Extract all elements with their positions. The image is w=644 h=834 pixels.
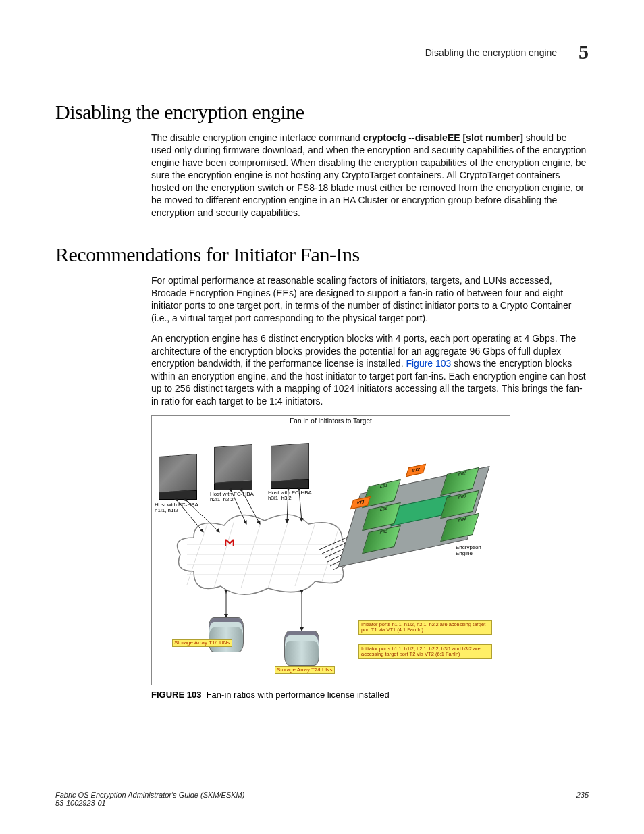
footer-doc-title: Fabric OS Encryption Administrator's Gui… — [55, 791, 589, 799]
storage-array-2 — [284, 631, 322, 666]
para-reco-2: An encryption engine has 6 distinct encr… — [151, 332, 589, 407]
figure-caption: FIGURE 103 Fan-in ratios with performanc… — [151, 689, 509, 700]
vt2: VT2 — [406, 464, 426, 477]
figure-caption-text: Fan-in ratios with performance license i… — [207, 689, 390, 700]
para-disable: The disable encryption engine interface … — [151, 132, 589, 219]
svg-line-11 — [187, 501, 219, 532]
svg-line-14 — [287, 490, 288, 523]
callout-2: Initiator ports h1i1, h1i2, h2i1, h2i2, … — [358, 644, 492, 660]
footer-part-number: 53-1002923-01 — [55, 799, 589, 807]
figure-caption-label: FIGURE 103 — [151, 689, 201, 700]
figure-103: Fan In of Initiators to Target Σ Host wi… — [151, 415, 510, 685]
para-disable-b: should be used only during firmware down… — [151, 132, 586, 218]
svg-line-12 — [232, 492, 246, 524]
callout-1: Initiator ports h1i1, h1i2, h2i1, h2i2 a… — [358, 620, 492, 635]
storage-label-1: Storage Array T1/LUNs — [172, 639, 232, 647]
svg-line-10 — [178, 501, 203, 532]
running-header: Disabling the encryption engine 5 — [55, 41, 589, 63]
chapter-number: 5 — [579, 41, 589, 63]
heading-recommendations: Recommendations for Initiator Fan-Ins — [55, 243, 589, 266]
svg-line-13 — [242, 492, 260, 524]
cmd-cryptocfg: cryptocfg --disableEE [slot number] — [363, 132, 523, 143]
para-disable-a: The disable encryption engine interface … — [151, 132, 363, 143]
engine-label: Encryption Engine — [456, 544, 491, 556]
header-rule — [55, 68, 589, 68]
page-footer: Fabric OS Encryption Administrator's Gui… — [55, 791, 589, 807]
encryption-engine: EB1 EB6 EB5 EB2 EB3 EB4 VT1 VT2 Encrypti… — [349, 462, 491, 563]
heading-disabling: Disabling the encryption engine — [55, 101, 589, 124]
storage-label-2: Storage Array T2/LUNs — [275, 666, 335, 674]
para-reco-1: For optimal performance at reasonable sc… — [151, 274, 589, 324]
running-title: Disabling the encryption engine — [425, 47, 557, 58]
svg-line-15 — [299, 490, 302, 521]
page-number: 235 — [576, 791, 589, 799]
link-figure-103[interactable]: Figure 103 — [406, 358, 451, 369]
